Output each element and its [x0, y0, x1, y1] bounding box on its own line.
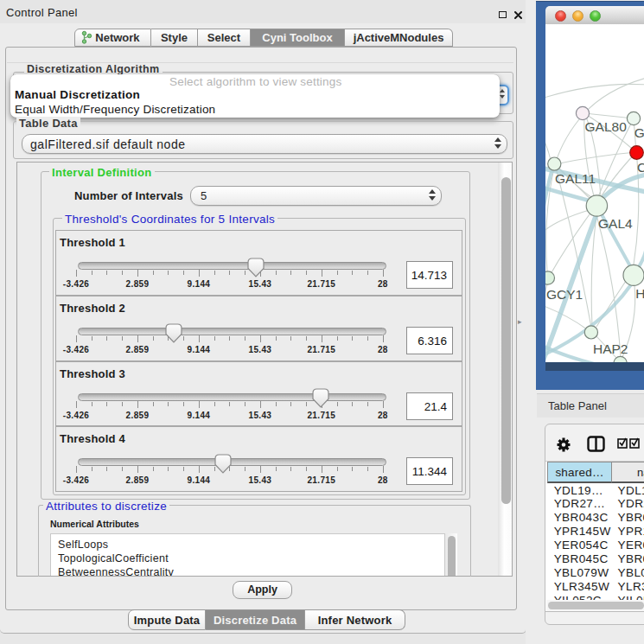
svg-text:GAL2: GAL2 [634, 125, 644, 140]
svg-text:GAL80: GAL80 [585, 119, 628, 134]
svg-text:GAL4: GAL4 [598, 216, 633, 231]
svg-text:GAL11: GAL11 [555, 171, 596, 186]
svg-text:HAP2: HAP2 [593, 341, 628, 356]
svg-text:HXK: HXK [635, 286, 644, 301]
svg-text:GCY1: GCY1 [546, 287, 583, 302]
svg-text:CDC1: CDC1 [637, 160, 644, 175]
